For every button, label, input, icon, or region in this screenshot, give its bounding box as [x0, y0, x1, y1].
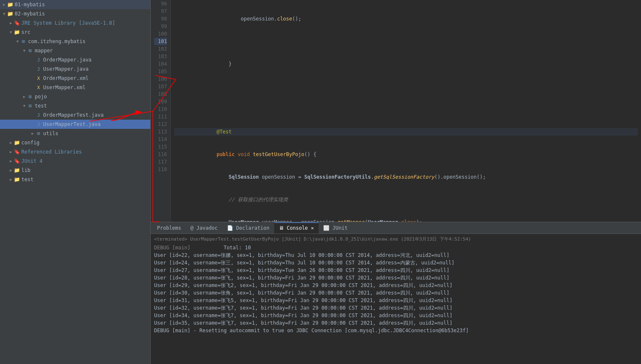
code-editor[interactable]: 96 97 98 99 100 101 102 103 104 105 106 …: [151, 0, 641, 222]
folder-icon: 📁: [7, 1, 13, 8]
sidebar-item-usermapper-java[interactable]: J UserMapper.java: [0, 64, 150, 74]
sidebar-item-label: OrderMapper.xml: [43, 75, 88, 81]
sidebar-item-label: UserMapper.java: [43, 66, 88, 72]
sidebar-item-junit4[interactable]: ▶ 🔖 JUnit 4: [0, 156, 150, 166]
package-icon: ⊞: [27, 93, 33, 100]
sidebar-item-ordermapper-java[interactable]: J OrderMapper.java: [0, 55, 150, 64]
console-line-9: User [id=34, username=张飞7, sex=1, birthd…: [154, 312, 638, 319]
sidebar-item-utils[interactable]: ▶ ⊞ utils: [0, 129, 150, 138]
console-line-6: User [id=30, username=张角, sex=1, birthda…: [154, 289, 638, 297]
expand-arrow: ▼: [2, 11, 7, 16]
sidebar-item-com-itzheng[interactable]: ▼ ⊞ com.itzheng.mybatis: [0, 37, 150, 46]
package-icon: ⊞: [27, 47, 33, 54]
console-debug-summary: DEBUG [main] Total: 10: [154, 244, 638, 251]
sidebar-item-label: OrderMapper.java: [43, 57, 92, 63]
tab-declaration[interactable]: 📄 Declaration: [222, 222, 274, 233]
no-arrow: [30, 57, 35, 62]
java-file-icon: J: [35, 66, 42, 72]
file-explorer[interactable]: ▶ 📁 01-mybatis ▼ 📁 02-mybatis ▶ 🔖 JRE Sy…: [0, 0, 151, 364]
expand-arrow: ▶: [8, 168, 13, 173]
folder-icon: 📁: [7, 10, 13, 17]
package-icon: ⊞: [35, 130, 42, 137]
sidebar-item-test-package[interactable]: ▼ ⊞ test: [0, 101, 150, 110]
sidebar-item-lib[interactable]: ▶ 📁 lib: [0, 166, 150, 175]
sidebar-item-test-root[interactable]: ▶ 📁 test: [0, 175, 150, 184]
expand-arrow: ▶: [8, 140, 13, 145]
console-line-2: User [id=24, username=张三, sex=1, birthda…: [154, 259, 638, 267]
tab-problems[interactable]: Problems: [152, 222, 186, 233]
folder-icon: 📁: [13, 29, 20, 36]
sidebar-item-mapper[interactable]: ▼ ⊞ mapper: [0, 46, 150, 55]
sidebar-item-label: test: [21, 177, 33, 182]
expand-arrow: ▶: [8, 177, 13, 182]
sidebar-item-label: pojo: [35, 94, 47, 100]
sidebar-item-label: JUnit 4: [21, 158, 43, 164]
sidebar-item-label: JRE System Library [JavaSE-1.8]: [21, 20, 115, 26]
folder-icon: 📁: [13, 176, 20, 183]
bottom-panel: Problems @ Javadoc 📄 Declaration 🖥 Conso…: [151, 222, 641, 364]
tab-console[interactable]: 🖥 Console ✕: [274, 222, 319, 233]
tab-javadoc[interactable]: @ Javadoc: [186, 222, 222, 233]
library-icon: 🔖: [13, 149, 20, 155]
java-file-icon: J: [35, 112, 42, 118]
sidebar-item-usermapper-xml[interactable]: X UserMapper.xml: [0, 83, 150, 92]
sidebar-item-label: 01-mybatis: [15, 2, 45, 8]
code-line-98: }: [174, 60, 638, 68]
javadoc-tab-label: @ Javadoc: [190, 225, 218, 231]
no-arrow: [30, 67, 35, 72]
expand-arrow: ▶: [30, 131, 35, 136]
sidebar-item-ordermapper-xml[interactable]: X OrderMapper.xml: [0, 74, 150, 83]
expand-arrow: ▼: [22, 48, 27, 53]
sidebar-item-usermappertest-java[interactable]: J UserMapperTest.java: [0, 120, 150, 129]
no-arrow: [30, 113, 35, 118]
sidebar-item-label: lib: [21, 167, 31, 173]
console-line-1: User [id=22, username=张娜, sex=1, birthda…: [154, 251, 638, 259]
java-file-icon: J: [35, 121, 42, 128]
expand-arrow: ▶: [8, 21, 13, 26]
library-icon: 🔖: [13, 158, 20, 164]
folder-icon: 📁: [13, 167, 20, 174]
console-line-5: User [id=29, username=张飞2, sex=1, birthd…: [154, 282, 638, 289]
code-line-99: [174, 83, 638, 90]
tab-junit[interactable]: ⬜ JUnit: [319, 222, 352, 233]
sidebar-item-label: com.itzheng.mybatis: [28, 38, 85, 44]
no-arrow: [30, 76, 35, 81]
sidebar-item-label: UserMapper.xml: [43, 85, 85, 90]
sidebar-item-label: 02-mybatis: [15, 11, 45, 17]
console-output-area[interactable]: <terminated> UserMapperTest.testGetUserB…: [151, 234, 641, 364]
sidebar-item-src[interactable]: ▼ 📁 src: [0, 28, 150, 37]
sidebar-item-referenced-libraries[interactable]: ▶ 🔖 Referenced Libraries: [0, 147, 150, 156]
expand-arrow: ▶: [8, 149, 13, 154]
expand-arrow: ▼: [22, 103, 27, 108]
sidebar-item-label: OrderMapperTest.java: [43, 112, 104, 118]
code-content: openSession.close(); } @Test public void…: [171, 0, 641, 222]
problems-tab-label: Problems: [157, 225, 181, 231]
sidebar-item-02mybatis[interactable]: ▼ 📁 02-mybatis: [0, 9, 150, 18]
folder-icon: 📁: [13, 139, 20, 146]
console-line-4: User [id=28, username=张飞, sex=1, birthda…: [154, 274, 638, 282]
java-file-icon: J: [35, 56, 42, 63]
xml-file-icon: X: [35, 75, 42, 82]
console-line-8: User [id=32, username=张飞7, sex=1, birthd…: [154, 304, 638, 312]
sidebar-item-label: test: [35, 103, 47, 109]
panel-tabs: Problems @ Javadoc 📄 Declaration 🖥 Conso…: [151, 222, 641, 234]
expand-arrow: ▼: [15, 39, 20, 44]
sidebar-item-jre[interactable]: ▶ 🔖 JRE System Library [JavaSE-1.8]: [0, 18, 150, 28]
no-arrow: [30, 122, 35, 127]
sidebar-item-label: utils: [43, 131, 58, 136]
expand-arrow: ▼: [8, 30, 13, 35]
sidebar-item-01mybatis[interactable]: ▶ 📁 01-mybatis: [0, 0, 150, 9]
console-line-7: User [id=31, username=张飞5, sex=1, birthd…: [154, 297, 638, 304]
console-header: <terminated> UserMapperTest.testGetUserB…: [154, 236, 638, 243]
expand-arrow: ▶: [8, 159, 13, 164]
declaration-tab-label: 📄 Declaration: [227, 225, 270, 231]
code-line-100: [174, 105, 638, 113]
code-line-97: [174, 38, 638, 45]
library-icon: 🔖: [13, 20, 20, 26]
sidebar-item-label: config: [21, 140, 39, 146]
sidebar-item-pojo[interactable]: ▶ ⊞ pojo: [0, 92, 150, 101]
sidebar-item-config[interactable]: ▶ 📁 config: [0, 138, 150, 147]
sidebar-item-ordermappertest-java[interactable]: J OrderMapperTest.java: [0, 110, 150, 120]
code-line-102: public void testGetUserByPojo() {: [174, 151, 638, 158]
sidebar-item-label: mapper: [35, 48, 53, 54]
